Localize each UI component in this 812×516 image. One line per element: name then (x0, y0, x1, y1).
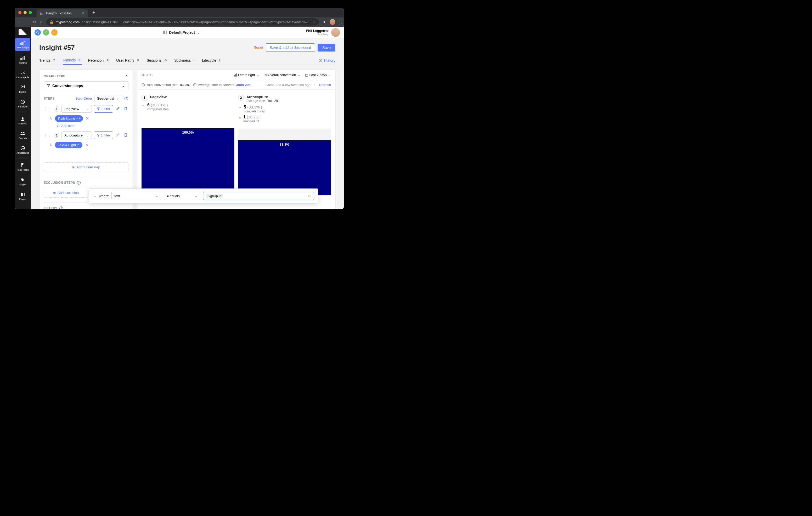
window-maximize-icon[interactable] (29, 11, 32, 14)
edit-icon[interactable] (115, 105, 121, 113)
step-title: Pageview (150, 95, 167, 99)
sub-arrow-icon: ↳ (50, 143, 53, 147)
sidebar-new-insight[interactable]: New Insight (15, 38, 30, 51)
filter-button[interactable]: 1 filter (94, 105, 113, 113)
tab-sessions[interactable]: SessionsO (147, 56, 168, 65)
nav-reload-icon[interactable]: ⟳ (33, 20, 36, 25)
save-add-dashboard-button[interactable]: Save & add to dashboard (266, 43, 315, 52)
info-icon[interactable] (77, 181, 81, 185)
bar-2[interactable]: 83.3% (238, 129, 331, 195)
property-value: text (114, 194, 120, 198)
svg-rect-8 (23, 41, 24, 45)
sidebar-item-dashboards[interactable]: Dashboards (15, 67, 30, 82)
project-selector[interactable]: Default Project ⌄ (163, 30, 200, 34)
conversion-dropdown[interactable]: % Overall conversion⌄ (264, 73, 300, 77)
tab-trends[interactable]: TrendsT (39, 56, 57, 65)
info-icon[interactable] (124, 96, 128, 101)
tab-close-icon[interactable]: ✕ (81, 11, 85, 16)
nav-home-icon[interactable]: ⌂ (40, 20, 42, 24)
sidebar-item-annotations[interactable]: Annotations (15, 143, 30, 157)
address-bar[interactable]: 🔒 myposthog.com/insights?insight=FUNNELS… (46, 18, 319, 26)
history-icon (319, 59, 322, 62)
status-ok-icon[interactable]: ✓ (43, 29, 49, 35)
edit-icon[interactable] (115, 132, 121, 139)
browser-menu-icon[interactable]: ⋮ (339, 20, 343, 25)
refresh-link[interactable]: Refresh (319, 83, 331, 87)
sidebar-label: Sessions (18, 105, 28, 108)
direction-dropdown[interactable]: Left to right⌄ (234, 73, 259, 77)
add-funnel-step-button[interactable]: ⊕Add funnel step (44, 162, 128, 172)
svg-rect-13 (24, 56, 25, 60)
sidebar-item-events[interactable]: Events (15, 82, 30, 96)
value-tag[interactable]: SignUp✕ (206, 194, 223, 199)
filter-chip[interactable]: Path Name = / (55, 115, 83, 122)
svg-rect-7 (22, 42, 23, 45)
sessions-icon (20, 99, 25, 104)
value-input[interactable]: SignUp✕ ⊘ (203, 192, 314, 200)
nav-forward-icon[interactable]: → (25, 20, 29, 24)
sidebar-item-plugins[interactable]: Plugins (15, 174, 30, 189)
add-exclusion-button[interactable]: ⊕Add exclusion (44, 188, 88, 198)
tab-label: User Paths (116, 58, 134, 62)
clear-icon[interactable]: ⊘ (308, 193, 311, 199)
avg-time-value: 3min 29s (267, 99, 280, 103)
history-link[interactable]: History (319, 58, 336, 62)
filter-button[interactable]: 1 filter (94, 131, 113, 139)
sidebar-item-cohorts[interactable]: Cohorts (15, 128, 30, 143)
sidebar-item-project[interactable]: Project (15, 189, 30, 203)
step-order-dropdown[interactable]: Sequential⌄ (94, 95, 122, 102)
arrow-right-icon: → (238, 105, 242, 110)
drag-handle-icon[interactable]: ⋮⋮ (44, 133, 52, 138)
step-number: 1 (54, 107, 59, 112)
tag-remove-icon[interactable]: ✕ (219, 194, 221, 198)
nav-back-icon[interactable]: ← (17, 20, 22, 24)
add-filter-link[interactable]: ⊕Add filter (57, 124, 128, 128)
svg-rect-26 (24, 164, 24, 167)
property-dropdown[interactable]: text⌄ (111, 192, 161, 200)
add-filter-label: Add filter (61, 124, 75, 128)
posthog-logo-icon[interactable] (19, 29, 27, 35)
filter-chip[interactable]: Text = SignUp (55, 142, 82, 148)
svg-point-20 (23, 132, 25, 133)
svg-rect-31 (164, 31, 167, 34)
remove-filter-icon[interactable]: ✕ (85, 116, 89, 122)
tab-stickiness[interactable]: StickinessI (174, 56, 196, 65)
svg-rect-12 (22, 57, 23, 60)
event-dropdown[interactable]: Pageview⌄ (61, 105, 92, 113)
topbar: ✓ Default Project ⌄ Phil Leggetter PostH… (31, 27, 344, 38)
steps-label: STEPS (44, 97, 55, 100)
avg-time-label: Average time: (246, 99, 267, 103)
sidebar-item-insights[interactable]: Insights (15, 52, 30, 67)
delete-icon[interactable] (123, 105, 128, 113)
reset-button[interactable]: Reset (254, 45, 263, 50)
bar-1[interactable]: 100.0% (142, 128, 234, 194)
remove-filter-icon[interactable]: ✕ (85, 142, 89, 148)
info-icon[interactable] (59, 206, 63, 209)
graph-type-dropdown[interactable]: Conversion steps ⌄ (44, 81, 128, 90)
profile-avatar-icon[interactable] (329, 19, 336, 25)
collapse-icon[interactable] (125, 74, 128, 79)
daterange-dropdown[interactable]: Last 7 days⌄ (305, 73, 331, 77)
sidebar-item-persons[interactable]: Persons (15, 113, 30, 128)
new-tab-icon[interactable]: + (92, 10, 95, 15)
window-close-icon[interactable] (18, 11, 22, 14)
save-button[interactable]: Save (318, 44, 336, 52)
tab-retention[interactable]: RetentionR (88, 56, 110, 65)
sidebar-item-sessions[interactable]: Sessions (15, 96, 30, 111)
drag-handle-icon[interactable]: ⋮⋮ (44, 107, 52, 111)
filter-icon (97, 134, 100, 137)
search-icon[interactable] (34, 29, 41, 35)
star-icon[interactable]: ☆ (313, 20, 316, 24)
browser-tab[interactable]: Insights · PostHog ✕ (37, 9, 88, 17)
window-minimize-icon[interactable] (24, 11, 27, 14)
tab-userpaths[interactable]: User PathsP (116, 56, 141, 65)
extensions-icon[interactable]: ✦ (323, 20, 326, 25)
delete-icon[interactable] (123, 132, 128, 139)
tab-lifecycle[interactable]: LifecycleL (202, 56, 222, 65)
tab-funnels[interactable]: FunnelsF (63, 56, 82, 65)
user-avatar[interactable] (331, 28, 340, 37)
operator-dropdown[interactable]: = equals⌄ (164, 192, 200, 200)
event-dropdown[interactable]: Autocapture⌄ (61, 131, 92, 139)
status-warning-icon[interactable] (51, 29, 58, 35)
sidebar-item-feature-flags[interactable]: Feat. Flags (15, 159, 30, 174)
